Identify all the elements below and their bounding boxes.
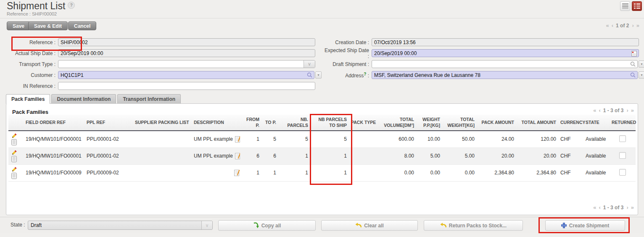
- m2o-dropdown-icon[interactable]: ▼: [315, 71, 322, 79]
- col-description[interactable]: DESCRIPTION: [192, 115, 242, 131]
- magnifier-icon[interactable]: [307, 72, 312, 79]
- next-page-icon[interactable]: ›: [626, 107, 628, 113]
- state-label: State :: [11, 222, 25, 228]
- next-record-icon[interactable]: ›: [632, 22, 633, 29]
- list-pager-top: « ‹ 1 - 3 of 3 › »: [593, 107, 633, 113]
- record-pager: « ‹ 1 of 2 › »: [606, 22, 639, 29]
- last-record-icon[interactable]: »: [636, 22, 639, 29]
- customer-label: Customer :: [0, 72, 58, 78]
- list-view-button[interactable]: [620, 1, 630, 11]
- chevron-down-icon[interactable]: ∨: [304, 61, 315, 68]
- cell-state: Available: [583, 164, 610, 181]
- table-row[interactable]: 19/HQ/MW101/FO00009 PPL/00009-02 1 1 1 1: [8, 164, 636, 181]
- col-returned[interactable]: RETURNED: [610, 115, 636, 131]
- tab-transport-information[interactable]: Transport Information: [117, 94, 181, 103]
- cell-from-p: 1: [242, 164, 261, 181]
- address-field[interactable]: MSF, Switzerland Geneva Rue de Lausanne …: [372, 71, 638, 79]
- col-field-order-ref[interactable]: FIELD ORDER REF: [24, 115, 84, 131]
- note-icon[interactable]: [235, 153, 240, 159]
- col-ppl-ref[interactable]: PPL REF: [84, 115, 133, 131]
- note-icon[interactable]: [235, 136, 240, 142]
- col-to-p[interactable]: TO P.: [261, 115, 278, 131]
- col-weight-pp[interactable]: WEIGHT P.P.[KG]: [416, 115, 442, 131]
- copy-all-button[interactable]: Copy all: [218, 220, 316, 231]
- create-shipment-button[interactable]: Create Shipment: [545, 220, 625, 231]
- col-pack-type[interactable]: PACK TYPE: [349, 115, 378, 131]
- pack-families-table: FIELD ORDER REF PPL REF SUPPLIER PACKING…: [8, 115, 636, 182]
- last-page-icon[interactable]: »: [631, 107, 633, 113]
- open-record-icon[interactable]: [11, 139, 17, 145]
- open-record-icon[interactable]: [11, 156, 17, 162]
- save-button[interactable]: Save: [7, 21, 30, 30]
- reference-field[interactable]: SHIP/00002: [58, 38, 315, 46]
- cell-description: UM PPL example: [192, 131, 242, 147]
- edit-pencil-icon[interactable]: [11, 133, 17, 139]
- tab-pack-families[interactable]: Pack Families: [6, 94, 50, 104]
- clear-all-button[interactable]: Clear all: [321, 220, 418, 231]
- cancel-button[interactable]: Cancel: [68, 21, 96, 30]
- col-state[interactable]: STATE: [583, 115, 610, 131]
- cell-to-p: 1: [261, 164, 278, 181]
- creation-date-field[interactable]: 07/Oct/2019 13:56: [372, 38, 639, 46]
- actual-ship-date-field[interactable]: 20/Sep/2019 00:00: [58, 49, 315, 57]
- table-row[interactable]: 19/HQ/MW101/FO00001 PPL/00001-02 UM PPL …: [8, 147, 636, 164]
- calendar-icon[interactable]: [631, 50, 637, 58]
- last-page-icon[interactable]: »: [631, 204, 633, 211]
- col-total-volume[interactable]: TOTAL VOLUME[DM³]: [378, 115, 416, 131]
- help-icon[interactable]: ?: [68, 2, 75, 9]
- state-select[interactable]: Draft ∨: [28, 221, 213, 230]
- open-record-icon[interactable]: [11, 173, 17, 179]
- page-title-text: Shipment List: [7, 0, 65, 11]
- prev-record-icon[interactable]: ‹: [612, 22, 613, 29]
- return-packs-button[interactable]: Return Packs to Stock...: [424, 220, 523, 231]
- first-record-icon[interactable]: «: [606, 22, 609, 29]
- cell-weight-pp: 0.00: [416, 164, 442, 181]
- table-row[interactable]: 19/HQ/MW101/FO00001 PPL/00001-02 UM PPL …: [8, 131, 636, 147]
- col-supplier-packing-list[interactable]: SUPPLIER PACKING LIST: [133, 115, 192, 131]
- cell-returned: [610, 147, 636, 164]
- col-total-amount[interactable]: TOTAL AMOUNT: [516, 115, 558, 131]
- return-packs-label: Return Packs to Stock...: [449, 223, 507, 229]
- description-text: UM PPL example: [194, 136, 233, 142]
- cell-weight-pp: 5.00: [416, 147, 442, 164]
- col-from-p[interactable]: FROM P.: [242, 115, 261, 131]
- save-edit-button[interactable]: Save & Edit: [28, 21, 68, 30]
- tab-document-information[interactable]: Document Information: [51, 94, 116, 103]
- form-view-button[interactable]: [632, 1, 642, 11]
- col-currency[interactable]: CURRENCY: [558, 115, 583, 131]
- m2o-dropdown-icon[interactable]: ▼: [639, 61, 644, 68]
- col-pack-amount[interactable]: PACK AMOUNT: [477, 115, 516, 131]
- cell-field-order-ref: 19/HQ/MW101/FO00001: [24, 147, 84, 164]
- list-range: 1 - 3 of 3: [603, 108, 624, 113]
- m2o-dropdown-icon[interactable]: ▼: [639, 71, 644, 79]
- col-nb-parcels-to-ship[interactable]: NB PARCELS TO SHIP: [310, 115, 349, 131]
- cell-nb-parcels-to-ship: 1: [310, 147, 349, 164]
- magnifier-icon[interactable]: [630, 61, 636, 68]
- in-reference-field[interactable]: [58, 82, 315, 90]
- list-pager-bottom: « ‹ 1 - 3 of 3 › »: [593, 204, 633, 211]
- next-page-icon[interactable]: ›: [626, 204, 628, 211]
- edit-pencil-icon[interactable]: [11, 150, 17, 155]
- address-value: MSF, Switzerland Geneva Rue de Lausanne …: [374, 72, 480, 78]
- shipment-form-page: Shipment List? Reference : SHIP/00002 Sa…: [0, 0, 644, 237]
- returned-checkbox[interactable]: [619, 152, 626, 159]
- edit-pencil-icon[interactable]: [11, 167, 17, 172]
- address-colon: :: [366, 73, 369, 79]
- first-page-icon[interactable]: «: [593, 204, 596, 211]
- returned-checkbox[interactable]: [619, 135, 626, 142]
- description-text: UM PPL example: [194, 153, 233, 159]
- col-nb-parcels[interactable]: NB. PARCELS: [278, 115, 310, 131]
- first-page-icon[interactable]: «: [593, 107, 596, 113]
- prev-page-icon[interactable]: ‹: [599, 204, 600, 211]
- col-total-weight[interactable]: TOTAL WEIGHT[KG]: [442, 115, 477, 131]
- transport-type-select[interactable]: ∨: [58, 60, 315, 68]
- cell-description: UM PPL example: [192, 147, 242, 164]
- prev-page-icon[interactable]: ‹: [599, 107, 600, 113]
- create-shipment-label: Create Shipment: [569, 223, 609, 229]
- magnifier-icon[interactable]: [630, 72, 636, 79]
- customer-field[interactable]: HQ1C1P1: [58, 71, 314, 79]
- draft-shipment-field[interactable]: [372, 60, 638, 68]
- returned-checkbox[interactable]: [619, 169, 626, 176]
- expected-ship-date-field[interactable]: 20/Sep/2019 00:00: [372, 49, 639, 57]
- note-icon[interactable]: [234, 169, 240, 176]
